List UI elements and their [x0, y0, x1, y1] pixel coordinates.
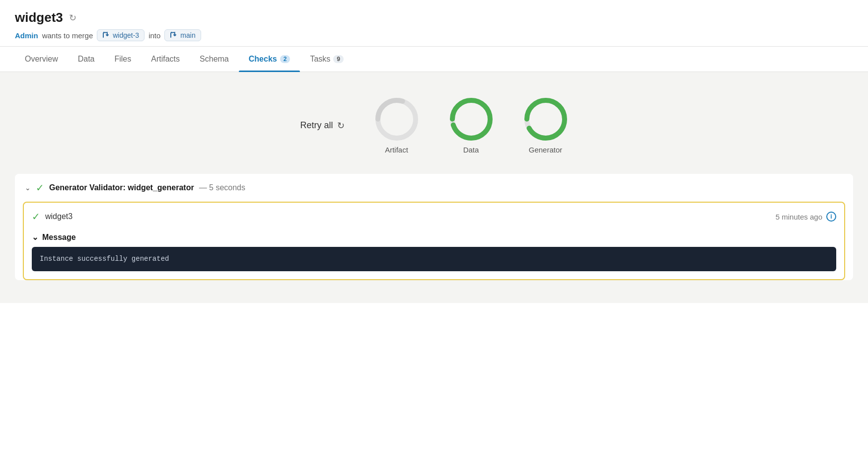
message-section: ⌄ Message Instance successfully generate… [32, 229, 836, 271]
tab-artifacts[interactable]: Artifacts [141, 47, 190, 72]
tab-files[interactable]: Files [104, 47, 141, 72]
target-branch-label: main [180, 31, 195, 39]
validator-section: ⌄ ✓ Generator Validator: widget_generato… [15, 174, 853, 280]
title-row: widget3 ↻ [15, 10, 853, 25]
check-card-right: 5 minutes ago i [776, 212, 836, 222]
checks-summary: Retry all ↻ Artifact Data Generator [15, 87, 853, 169]
message-body: Instance successfully generated [32, 247, 836, 271]
tab-label-files: Files [114, 55, 131, 64]
message-label: Message [42, 233, 76, 242]
donuts-container: Artifact Data Generator [374, 97, 568, 154]
admin-link[interactable]: Admin [15, 31, 38, 40]
page-header: widget3 ↻ Admin wants to merge widget-3 … [0, 0, 868, 47]
validator-duration: — 5 seconds [199, 183, 245, 192]
check-card-header: ✓ widget3 5 minutes ago i [32, 211, 836, 223]
svg-point-5 [527, 100, 565, 138]
donut-svg-data [449, 97, 494, 142]
svg-point-3 [452, 100, 490, 138]
message-header[interactable]: ⌄ Message [32, 229, 836, 247]
source-branch-label: widget-3 [113, 31, 139, 39]
donut-svg-artifact [374, 97, 419, 142]
donut-label-data: Data [463, 146, 479, 154]
tab-label-artifacts: Artifacts [151, 55, 180, 64]
check-card-widget3-check: ✓ widget3 5 minutes ago i ⌄ Message Inst… [23, 202, 845, 280]
subtitle-prefix: wants to merge [42, 31, 93, 40]
validator-title: Generator Validator: widget_generator [49, 183, 194, 192]
validator-status-icon: ✓ [36, 182, 44, 194]
tab-label-schema: Schema [200, 55, 229, 64]
target-branch-badge[interactable]: main [164, 29, 201, 41]
check-success-icon: ✓ [32, 211, 40, 223]
tab-label-checks: Checks [249, 55, 277, 64]
tab-schema[interactable]: Schema [190, 47, 239, 72]
tabs-bar: OverviewDataFilesArtifactsSchemaChecks2T… [0, 47, 868, 72]
message-chevron: ⌄ [32, 232, 38, 242]
into-text: into [148, 31, 160, 40]
tab-data[interactable]: Data [68, 47, 105, 72]
tab-badge-checks: 2 [280, 55, 290, 63]
content-area: Retry all ↻ Artifact Data Generator ⌄ ✓ … [0, 72, 868, 303]
tab-tasks[interactable]: Tasks9 [300, 47, 354, 72]
retry-icon: ↻ [337, 120, 345, 131]
donut-svg-generator [523, 97, 568, 142]
tab-label-data: Data [78, 55, 95, 64]
refresh-icon[interactable]: ↻ [69, 12, 76, 23]
info-icon[interactable]: i [826, 212, 836, 222]
donut-data: Data [449, 97, 494, 154]
branch-icon [102, 31, 110, 39]
tab-label-overview: Overview [25, 55, 58, 64]
tab-badge-tasks: 9 [333, 55, 344, 63]
retry-all-button[interactable]: Retry all ↻ [300, 120, 344, 131]
subtitle-row: Admin wants to merge widget-3 into main [15, 29, 853, 41]
donut-generator: Generator [523, 97, 568, 154]
donut-label-generator: Generator [529, 146, 563, 154]
validator-chevron-icon[interactable]: ⌄ [25, 184, 31, 192]
tab-overview[interactable]: Overview [15, 47, 68, 72]
page-title: widget3 [15, 10, 63, 25]
branch-icon-target [170, 31, 178, 39]
retry-all-label: Retry all [300, 120, 333, 131]
tab-checks[interactable]: Checks2 [239, 47, 300, 72]
tab-label-tasks: Tasks [310, 55, 330, 64]
check-item-name: widget3 [45, 212, 72, 221]
check-card-left: ✓ widget3 [32, 211, 72, 223]
donut-artifact: Artifact [374, 97, 419, 154]
validator-header: ⌄ ✓ Generator Validator: widget_generato… [15, 174, 853, 202]
source-branch-badge[interactable]: widget-3 [97, 29, 145, 41]
check-timestamp: 5 minutes ago [776, 213, 822, 221]
validator-generator-validator: ⌄ ✓ Generator Validator: widget_generato… [15, 174, 853, 280]
donut-label-artifact: Artifact [385, 146, 408, 154]
